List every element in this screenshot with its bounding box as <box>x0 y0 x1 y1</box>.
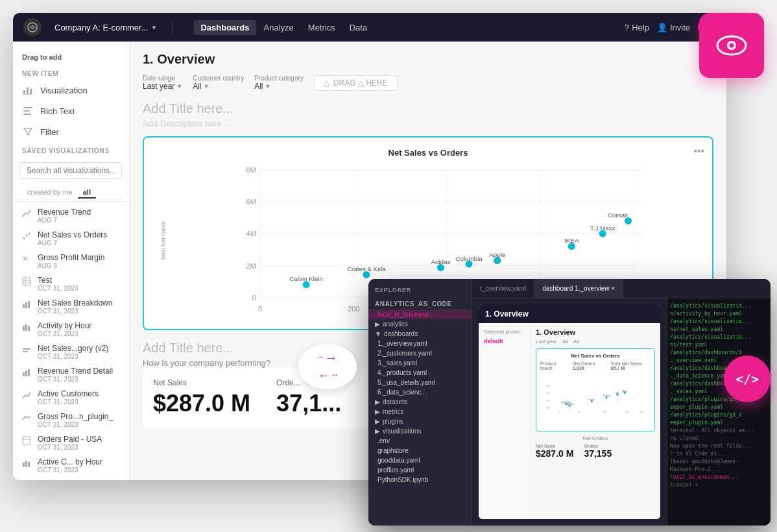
svg-rect-1 <box>23 90 25 95</box>
vis-item-net-sales-breakdown[interactable]: Net Sales Breakdown OCT 31, 2023 <box>13 295 129 318</box>
nav-link-metrics[interactable]: Metrics <box>302 20 342 35</box>
explorer-folder-dashboards[interactable]: ▼ dashboards <box>368 329 472 339</box>
svg-text:2000: 2000 <box>640 411 644 413</box>
bar-icon-4 <box>22 368 32 378</box>
svg-rect-10 <box>23 278 30 285</box>
search-input[interactable] <box>19 162 122 179</box>
svg-rect-29 <box>28 462 30 467</box>
sidebar-item-visualization[interactable]: Visualization <box>13 80 129 101</box>
svg-rect-18 <box>25 324 27 331</box>
filter-label: Filter <box>40 127 59 137</box>
explorer-item-products[interactable]: 4._products.yaml <box>368 368 472 378</box>
country-filter[interactable]: Customer country All ▼ <box>193 75 244 91</box>
mini-filter: Last year All All <box>536 339 655 345</box>
explorer-item-gooddata[interactable]: gooddata.yaml <box>368 455 472 465</box>
svg-text:4M: 4M <box>246 230 256 237</box>
explorer-item-data-science[interactable]: 6._data_scienc... <box>368 387 472 397</box>
svg-text:T.J.Maxx: T.J.Maxx <box>603 394 610 397</box>
line-icon-3 <box>22 413 32 424</box>
vscode-window: EXPLORER ANALYTICS_AS_CODE local_bi_busi… <box>368 279 771 526</box>
svg-text:Apple: Apple <box>623 390 628 393</box>
sidebar-item-filter[interactable]: Filter <box>13 121 129 142</box>
category-filter[interactable]: Product category All ▼ <box>254 75 304 91</box>
nav-logo[interactable] <box>23 18 42 36</box>
exchange-arrows: ··· → ← ··· <box>298 344 357 389</box>
drag-here-button[interactable]: △ DRAG △ HERE <box>314 75 398 91</box>
explorer-item-env[interactable]: .env <box>368 436 472 446</box>
mini-stats: Net Sales $287.0 M Orders 37,155 <box>536 444 655 459</box>
vis-item-orders-paid[interactable]: Orders Paid - USA OCT 31, 2023 <box>13 431 129 454</box>
svg-text:6M: 6M <box>546 392 549 394</box>
vscode-tab-overview-yaml[interactable]: t_overview.yaml <box>472 279 534 298</box>
explorer-item-customers[interactable]: 2._customers.yaml <box>368 348 472 358</box>
dots-right: ··· <box>332 372 337 379</box>
explorer-folder-plugins[interactable]: ▶ plugins <box>368 417 472 426</box>
explorer-folder-datasets[interactable]: ▶ datasets <box>368 397 472 407</box>
vis-item-gross-pro[interactable]: Gross Pro...n_plugin_ OCT 31, 2023 <box>13 409 129 431</box>
date-range-filter[interactable]: Date range Last year ▼ <box>143 75 182 91</box>
svg-text:Corsair: Corsair <box>608 212 628 219</box>
line-chart-icon <box>22 209 32 219</box>
eye-icon <box>715 29 748 62</box>
add-desc-placeholder[interactable]: Add Description here... <box>143 119 713 128</box>
explorer-folder-metrics[interactable]: ▶ metrics <box>368 407 472 417</box>
explorer-item-overview[interactable]: 1._overview.yaml <box>368 339 472 348</box>
saved-vis-tabs: created by me all <box>13 184 129 202</box>
vis-item-net-sales[interactable]: Net Sales vs Orders AUG 7 <box>13 227 129 250</box>
nav-divider <box>173 21 173 34</box>
tab-created-by-me[interactable]: created by me <box>22 187 78 199</box>
vis-item-gross-profit[interactable]: ✕ Gross Profit Margin AUG 6 <box>13 250 129 272</box>
explorer-folder-analytics[interactable]: ▶ analytics <box>368 319 472 329</box>
add-title-placeholder[interactable]: Add Title here... <box>143 101 713 116</box>
svg-text:4M: 4M <box>546 400 549 402</box>
table-icon <box>22 277 32 287</box>
question-icon: ? <box>625 23 629 32</box>
svg-point-0 <box>28 23 37 32</box>
vis-item-revenue-trend-detail[interactable]: Revenue Trend Detail OCT 31, 2023 <box>13 363 129 386</box>
category-chevron-icon: ▼ <box>265 83 271 90</box>
vis-item-revenue-trend[interactable]: Revenue Trend AUG 7 <box>13 204 129 227</box>
svg-text:Calvin Klein: Calvin Klein <box>289 275 323 282</box>
vis-item-active-customers[interactable]: Active Customers OCT 31, 2023 <box>13 386 129 409</box>
explorer-folder-visualizations[interactable]: ▶ visualizations <box>368 426 472 436</box>
explorer-item-usa[interactable]: 5._usa_details.yaml <box>368 378 472 387</box>
svg-text:8M: 8M <box>546 385 549 387</box>
vis-item-test[interactable]: Test OCT 31, 2023 <box>13 272 129 295</box>
arrow-left-icon: ← <box>318 368 331 383</box>
nav-link-dashboards[interactable]: Dashboards <box>194 20 256 35</box>
explorer-item-profiles[interactable]: profiles.yaml <box>368 465 472 475</box>
new-item-label: NEW ITEM <box>13 65 129 80</box>
vscode-tab-dashboard-overview[interactable]: dashboard 1._overview × <box>534 279 623 298</box>
x-chart-icon: ✕ <box>22 254 32 265</box>
filter-icon <box>22 126 34 138</box>
folder-icon: ▶ <box>375 320 380 328</box>
explorer-item-active[interactable]: local_bi_business... <box>368 309 472 319</box>
folder-icon-3: ▶ <box>375 398 380 405</box>
svg-rect-6 <box>23 114 31 115</box>
svg-rect-4 <box>23 107 32 108</box>
chart-bar-icon <box>22 84 34 96</box>
help-button[interactable]: ? Help <box>625 23 649 32</box>
tab-all[interactable]: all <box>78 187 96 199</box>
scatter-icon <box>22 232 32 242</box>
explorer-item-sales[interactable]: 3._sales.yaml <box>368 358 472 368</box>
vis-item-activity-by-hour[interactable]: Activity by Hour OCT 31, 2023 <box>13 318 129 341</box>
explorer-item-python[interactable]: PythonSDK.ipynb <box>368 475 472 485</box>
nav-company[interactable]: Company A: E-commer... ▼ <box>54 23 157 32</box>
chart-options-button[interactable]: ••• <box>693 145 704 157</box>
nav-link-analyze[interactable]: Analyze <box>257 20 300 35</box>
invite-button[interactable]: 👤 Invite <box>657 23 690 32</box>
net-sales-stat: Net Sales $287.0 M <box>153 378 250 417</box>
nav-link-data[interactable]: Data <box>343 20 374 35</box>
explorer-item-graphstore[interactable]: graphstore <box>368 446 472 455</box>
svg-rect-28 <box>25 461 27 467</box>
mini-sidebar: Selected profile: default <box>479 323 531 519</box>
vis-item-active-c-by-hour[interactable]: Active C... by Hour OCT 31, 2023 <box>13 454 129 477</box>
sidebar-item-rich-text[interactable]: Rich Text <box>13 101 129 121</box>
svg-rect-20 <box>23 348 30 350</box>
eye-icon-overlay[interactable] <box>699 13 764 78</box>
drag-icon: △ <box>324 79 329 88</box>
vis-item-net-sales-gory[interactable]: Net Sales...gory (v2) OCT 31, 2023 <box>13 341 129 363</box>
svg-text:500: 500 <box>577 411 580 413</box>
code-icon-overlay[interactable]: </> <box>724 356 771 402</box>
